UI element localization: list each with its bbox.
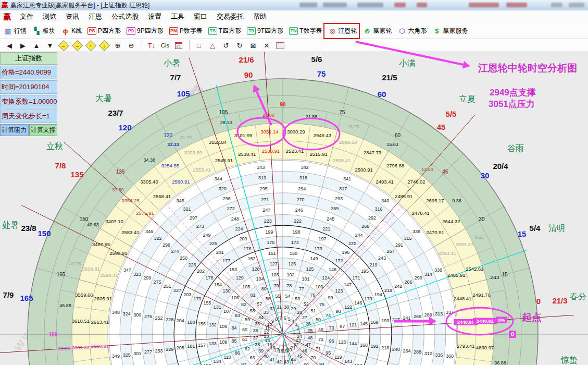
draw-tool-zoom-in[interactable]: ⊕: [111, 40, 124, 51]
menu-item-浏览[interactable]: 浏览: [38, 11, 61, 22]
toolbar-button-T四方形[interactable]: TST四方形: [208, 26, 242, 36]
wheel-value: 131: [214, 305, 221, 310]
wheel-value: 103: [271, 272, 279, 277]
pn-icon: PN: [169, 27, 178, 35]
wheel-value: 62: [245, 346, 250, 351]
draw-tool-page-prev[interactable]: ◀: [3, 40, 16, 51]
menu-item-交易委托[interactable]: 交易委托: [212, 11, 248, 22]
toolbar-button-P数字表[interactable]: PNP数字表: [169, 26, 203, 36]
calc-support-button[interactable]: 计算支撑: [29, 124, 58, 136]
toolbar-button-K线[interactable]: ɸK线: [60, 26, 82, 36]
wheel-value: 100: [316, 284, 323, 289]
wheel-value: 177: [222, 258, 230, 263]
menu-item-公式选股[interactable]: 公式选股: [107, 11, 143, 22]
draw-tool-rect-tool[interactable]: □: [193, 40, 205, 51]
draw-tool-zoom-up[interactable]: ▲: [30, 40, 43, 51]
toolbar-separator: [189, 41, 190, 50]
draw-tool-shift-left[interactable]: ←: [57, 40, 70, 51]
wheel-value: 2613.41: [91, 319, 109, 325]
toolbar-button-赢家轮[interactable]: ⊚赢家轮: [362, 26, 392, 36]
wheel-value: 3661.36: [72, 345, 90, 350]
wheel-value: 2553.41: [193, 167, 210, 173]
wheel-value: 76: [310, 293, 315, 298]
wheel-value: 338: [434, 267, 442, 273]
wheel-outer-label-清明: 清明: [548, 223, 565, 234]
menu-item-资讯[interactable]: 资讯: [61, 11, 84, 22]
draw-tool-t-down[interactable]: T↓: [145, 40, 158, 51]
wheel-outer-label-小暑: 小暑: [164, 58, 180, 69]
wheel-value: 145: [360, 321, 368, 326]
toolbar-button-T数字表[interactable]: TNT数字表: [289, 26, 322, 36]
wheel-value: 179: [193, 296, 201, 301]
draw-tool-rotate-ccw[interactable]: ↺: [220, 40, 232, 51]
wheel-value: 168: [360, 343, 368, 348]
wheel-value: 175: [267, 240, 274, 245]
draw-tool-page-next[interactable]: ▶: [17, 40, 29, 51]
menu-item-文件[interactable]: 文件: [15, 11, 38, 22]
wheel-value: 134: [214, 359, 221, 364]
toolbar-button-江恩轮[interactable]: ◎江恩轮: [327, 26, 357, 36]
draw-tool-cls[interactable]: Cls: [159, 40, 171, 51]
wheel-value: 2470.91: [427, 229, 444, 235]
wheel-value: 18.75: [347, 124, 359, 129]
toolbar-button-P四方形[interactable]: PSP四方形: [87, 26, 121, 36]
wheel-value: 273: [196, 224, 204, 229]
draw-tool-calendar[interactable]: 21: [172, 40, 185, 51]
draw-tool-shift-down[interactable]: ↓: [98, 40, 110, 51]
wheel-value: 53: [295, 296, 300, 301]
wheel-outer-label-春分: 春分: [570, 291, 586, 302]
menu-item-设置[interactable]: 设置: [143, 11, 166, 22]
wheel-value: 295: [260, 186, 268, 191]
wheel-value: 86: [235, 350, 240, 356]
wheel-value: 299: [143, 275, 151, 281]
menu-item-江恩[interactable]: 江恩: [84, 11, 107, 22]
wheel-value: 2898.58: [339, 139, 357, 145]
calc-resistance-button[interactable]: 计算阻力: [0, 124, 29, 136]
draw-tool-center-x[interactable]: ✕: [260, 40, 273, 51]
draw-tool-rotate-cw[interactable]: ↻: [233, 40, 246, 51]
wheel-value: 3.13: [490, 275, 499, 280]
wheel-value: 324: [123, 311, 131, 317]
wheel-value: 2545.91: [215, 157, 233, 163]
toolbar-button-六角形[interactable]: ⬡六角形: [397, 26, 427, 36]
draw-tool-zoom-down[interactable]: ▼: [44, 40, 56, 51]
wheel-value: 105: [219, 110, 228, 115]
menu-item-窗口[interactable]: 窗口: [189, 11, 212, 22]
toolbar-button-9P四方形[interactable]: P99P四方形: [126, 26, 164, 36]
wheel-value: 222: [294, 218, 302, 224]
wheel-outer-label-21/5: 21/5: [382, 73, 397, 82]
wheel-value: 158: [204, 363, 211, 365]
menu-item-工具[interactable]: 工具: [166, 11, 189, 22]
toolbar-button-行情[interactable]: ▦行情: [3, 26, 27, 36]
blurred-titlebar-item: [299, 3, 317, 7]
p9-icon: P9: [127, 27, 135, 35]
menu-item-帮助[interactable]: 帮助: [248, 11, 271, 22]
toolbar-label: T数字表: [299, 27, 322, 35]
toolbar-button-板块[interactable]: ▚板块: [32, 26, 56, 36]
draw-tool-zoom-out[interactable]: ⊖: [125, 40, 137, 51]
wheel-value: 3305.40: [140, 179, 158, 185]
wheel-value: 292: [368, 215, 376, 221]
wheel-value: 2455.91: [447, 272, 465, 278]
wheel-value: 2575.91: [136, 210, 154, 216]
toolbar-button-赢家服务[interactable]: $赢家服务: [432, 26, 468, 36]
wheel-value: 181: [187, 344, 195, 349]
wheel-value: 150: [80, 216, 89, 222]
draw-tool-easel[interactable]: [274, 40, 286, 51]
toolbar-button-9T四方形[interactable]: T99T四方形: [246, 26, 284, 36]
blurred-titlebar-item: [469, 3, 499, 7]
wheel-value: 2523.41: [286, 148, 304, 154]
wheel-value: 343: [257, 165, 265, 170]
wheel-value: 180: [49, 332, 58, 337]
draw-tool-triangle-tool[interactable]: △: [206, 40, 219, 51]
wheel-value: 2440.91: [457, 320, 474, 325]
wheel-outer-label-150: 150: [37, 229, 51, 238]
draw-tool-box-x[interactable]: ⊠: [247, 40, 259, 51]
wheel-value: 60: [242, 327, 247, 332]
wheel-value: 340: [381, 198, 389, 203]
draw-tool-shift-right[interactable]: →: [71, 40, 83, 51]
wheel-value: 74: [326, 313, 331, 318]
draw-tool-shift-up[interactable]: ↑: [84, 40, 97, 51]
wheel-value: 272: [227, 206, 235, 211]
wheel-value: 124: [322, 275, 330, 281]
